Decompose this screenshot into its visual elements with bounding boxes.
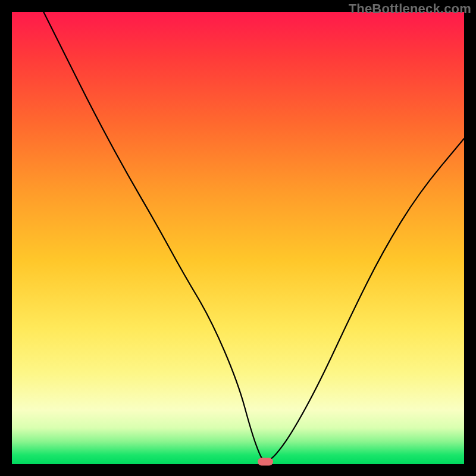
chart-frame: TheBottleneck.com: [0, 0, 476, 476]
bottleneck-curve: [12, 12, 464, 464]
watermark-text: TheBottleneck.com: [349, 1, 471, 17]
curve-path: [43, 12, 464, 461]
gradient-plot-area: [12, 12, 464, 464]
optimum-marker: [258, 458, 273, 466]
